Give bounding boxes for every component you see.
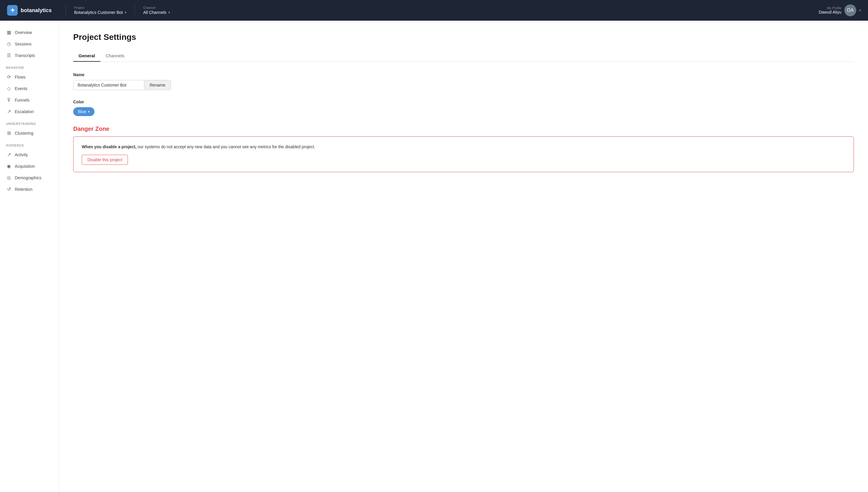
channel-value: All Channels ▾ bbox=[143, 10, 170, 15]
funnels-icon: ⊽ bbox=[6, 97, 12, 103]
sidebar-item-label: Clustering bbox=[15, 131, 33, 136]
sidebar-item-overview[interactable]: ▦ Overview bbox=[0, 27, 59, 38]
disable-project-button[interactable]: Disable this project bbox=[82, 155, 128, 165]
name-label: Name bbox=[73, 72, 854, 77]
color-section: Color Blue ▾ bbox=[73, 100, 854, 116]
behavior-section-label: BEHAVIOR bbox=[0, 61, 59, 71]
danger-zone-title: Danger Zone bbox=[73, 125, 854, 132]
sidebar-item-activity[interactable]: ↗ Activity bbox=[0, 149, 59, 161]
sidebar-item-label: Transcripts bbox=[15, 53, 35, 58]
danger-zone-box: When you disable a project, our systems … bbox=[73, 137, 854, 172]
flows-icon: ⟳ bbox=[6, 74, 12, 80]
avatar: DA bbox=[844, 4, 856, 16]
sidebar-item-sessions[interactable]: ◷ Sessions bbox=[0, 38, 59, 50]
topnav: ✦ botanalytics Project Botanalytics Cust… bbox=[0, 0, 868, 21]
transcripts-icon: ☰ bbox=[6, 53, 12, 58]
sidebar-item-demographics[interactable]: ◎ Demographics bbox=[0, 172, 59, 183]
name-input[interactable] bbox=[73, 80, 144, 90]
channel-label: Channel bbox=[143, 6, 170, 9]
sidebar-item-clustering[interactable]: ⊞ Clustering bbox=[0, 127, 59, 139]
project-value: Botanalytics Customer Bot ▾ bbox=[74, 10, 126, 15]
profile-chevron-icon: ▾ bbox=[859, 8, 861, 13]
sidebar-item-flows[interactable]: ⟳ Flows bbox=[0, 71, 59, 83]
profile-text: My Profile Dawud Aliyu bbox=[819, 6, 841, 15]
escalation-icon: ↗ bbox=[6, 109, 12, 114]
sidebar-item-label: Sessions bbox=[15, 42, 32, 46]
danger-text-suffix: our systems do not accept any new data a… bbox=[137, 144, 315, 149]
danger-text-bold: When you disable a project, bbox=[82, 144, 136, 149]
main-content: Project Settings General Channels Name R… bbox=[59, 21, 868, 492]
sessions-icon: ◷ bbox=[6, 41, 12, 47]
color-chevron-icon: ▾ bbox=[88, 110, 90, 114]
page-title: Project Settings bbox=[73, 32, 854, 42]
layout: ▦ Overview ◷ Sessions ☰ Transcripts BEHA… bbox=[0, 21, 868, 492]
tabs: General Channels bbox=[73, 50, 854, 62]
sidebar-item-acquisition[interactable]: ◉ Acquisition bbox=[0, 161, 59, 172]
sidebar-item-retention[interactable]: ↺ Retention bbox=[0, 183, 59, 195]
clustering-icon: ⊞ bbox=[6, 130, 12, 136]
name-row: Rename bbox=[73, 80, 854, 90]
events-icon: ◇ bbox=[6, 85, 12, 91]
brand-icon: ✦ bbox=[7, 5, 18, 16]
project-chevron-icon: ▾ bbox=[125, 10, 126, 15]
nav-divider-1 bbox=[66, 4, 66, 16]
rename-button[interactable]: Rename bbox=[144, 80, 171, 90]
sidebar-item-label: Overview bbox=[15, 30, 32, 35]
sidebar-item-label: Escalation bbox=[15, 109, 34, 114]
name-section: Name Rename bbox=[73, 72, 854, 90]
profile-section[interactable]: My Profile Dawud Aliyu DA ▾ bbox=[819, 4, 861, 16]
understanding-section-label: UNDERSTANDING bbox=[0, 117, 59, 127]
sidebar-item-label: Acquisition bbox=[15, 164, 35, 169]
sidebar-item-funnels[interactable]: ⊽ Funnels bbox=[0, 94, 59, 106]
project-selector[interactable]: Project Botanalytics Customer Bot ▾ bbox=[68, 6, 132, 15]
tab-general[interactable]: General bbox=[73, 50, 100, 62]
danger-zone-section: Danger Zone When you disable a project, … bbox=[73, 125, 854, 172]
sidebar: ▦ Overview ◷ Sessions ☰ Transcripts BEHA… bbox=[0, 21, 59, 492]
sidebar-item-label: Demographics bbox=[15, 175, 41, 180]
demographics-icon: ◎ bbox=[6, 175, 12, 180]
brand-name: botanalytics bbox=[21, 7, 52, 14]
sidebar-item-escalation[interactable]: ↗ Escalation bbox=[0, 106, 59, 117]
profile-label: My Profile bbox=[819, 6, 841, 10]
sidebar-item-events[interactable]: ◇ Events bbox=[0, 83, 59, 94]
audience-section-label: AUDIENCE bbox=[0, 139, 59, 149]
sidebar-item-label: Retention bbox=[15, 187, 32, 192]
activity-icon: ↗ bbox=[6, 152, 12, 157]
sidebar-item-label: Events bbox=[15, 86, 27, 91]
nav-right: My Profile Dawud Aliyu DA ▾ bbox=[819, 4, 861, 16]
color-picker-button[interactable]: Blue ▾ bbox=[73, 107, 95, 116]
channel-chevron-icon: ▾ bbox=[168, 10, 170, 15]
channel-selector[interactable]: Channel All Channels ▾ bbox=[137, 6, 176, 15]
sidebar-item-transcripts[interactable]: ☰ Transcripts bbox=[0, 50, 59, 61]
danger-zone-text: When you disable a project, our systems … bbox=[82, 144, 845, 150]
brand: ✦ botanalytics bbox=[7, 5, 63, 16]
overview-icon: ▦ bbox=[6, 29, 12, 35]
project-label: Project bbox=[74, 6, 126, 9]
retention-icon: ↺ bbox=[6, 186, 12, 192]
sidebar-item-label: Funnels bbox=[15, 98, 29, 102]
sidebar-item-label: Flows bbox=[15, 75, 26, 79]
sidebar-item-label: Activity bbox=[15, 152, 28, 157]
color-value: Blue bbox=[78, 109, 86, 114]
tab-channels[interactable]: Channels bbox=[100, 50, 130, 62]
profile-name: Dawud Aliyu bbox=[819, 10, 841, 15]
acquisition-icon: ◉ bbox=[6, 163, 12, 169]
color-label: Color bbox=[73, 100, 854, 104]
